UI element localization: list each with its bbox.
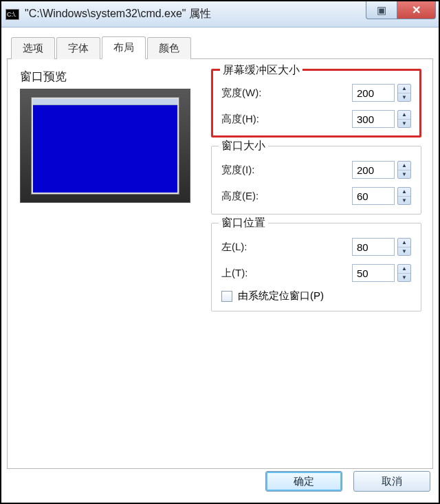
- buffer-width-spin-buttons[interactable]: ▲▼: [397, 84, 411, 102]
- group-window-position-title: 窗口位置: [219, 216, 268, 230]
- chevron-up-icon[interactable]: ▲: [398, 188, 410, 197]
- chevron-up-icon[interactable]: ▲: [398, 111, 410, 120]
- winpos-left-label: 左(L):: [221, 241, 248, 254]
- group-window-position: 窗口位置 左(L): ▲▼ 上(T): ▲▼: [211, 223, 421, 311]
- dialog-footer: 确定 取消: [265, 465, 430, 497]
- chevron-down-icon[interactable]: ▼: [398, 197, 410, 205]
- close-icon: ✕: [412, 3, 421, 17]
- group-window-size: 窗口大小 宽度(I): ▲▼ 高度(E): ▲▼: [211, 146, 421, 215]
- properties-dialog: C:\. "C:\Windows\system32\cmd.exe" 属性 ▣ …: [0, 0, 440, 504]
- titlebar: C:\. "C:\Windows\system32\cmd.exe" 属性 ▣ …: [1, 1, 439, 28]
- buffer-height-spinner[interactable]: ▲▼: [352, 110, 411, 128]
- chevron-up-icon[interactable]: ▲: [398, 265, 410, 274]
- buffer-height-label: 高度(H):: [221, 113, 259, 126]
- tab-colors[interactable]: 颜色: [147, 37, 191, 59]
- tab-font[interactable]: 字体: [56, 37, 100, 59]
- group-buffer-size: 屏幕缓冲区大小 宽度(W): ▲▼ 高度(H): ▲▼: [211, 69, 421, 138]
- winpos-top-input[interactable]: [352, 264, 395, 282]
- preview-window: [32, 98, 179, 194]
- tab-page-layout: 窗口预览 屏幕缓冲区大小 宽度(W): ▲▼: [7, 59, 433, 469]
- winsize-width-input[interactable]: [352, 161, 395, 179]
- winsize-width-label: 宽度(I):: [221, 164, 254, 177]
- restore-button[interactable]: ▣: [366, 1, 397, 19]
- winsize-width-spinner[interactable]: ▲▼: [352, 161, 411, 179]
- winpos-left-spin-buttons[interactable]: ▲▼: [397, 238, 411, 256]
- winsize-height-input[interactable]: [352, 187, 395, 205]
- chevron-up-icon[interactable]: ▲: [398, 239, 410, 248]
- layout-settings-column: 屏幕缓冲区大小 宽度(W): ▲▼ 高度(H): ▲▼: [211, 69, 421, 320]
- chevron-down-icon[interactable]: ▼: [398, 94, 410, 102]
- winsize-width-spin-buttons[interactable]: ▲▼: [397, 161, 411, 179]
- cmd-icon: C:\.: [6, 9, 19, 20]
- winpos-left-input[interactable]: [352, 238, 395, 256]
- tab-options[interactable]: 选项: [11, 37, 55, 59]
- group-buffer-title: 屏幕缓冲区大小: [220, 63, 302, 78]
- tab-strip: 选项 字体 布局 颜色: [7, 33, 433, 59]
- chevron-down-icon[interactable]: ▼: [398, 171, 410, 179]
- chevron-down-icon[interactable]: ▼: [398, 274, 410, 282]
- tab-layout[interactable]: 布局: [102, 36, 146, 59]
- chevron-down-icon[interactable]: ▼: [398, 120, 410, 128]
- buffer-width-label: 宽度(W):: [221, 87, 261, 100]
- buffer-width-input[interactable]: [352, 84, 395, 102]
- window-title: "C:\Windows\system32\cmd.exe" 属性: [23, 7, 366, 21]
- buffer-height-input[interactable]: [352, 110, 395, 128]
- chevron-down-icon[interactable]: ▼: [398, 248, 410, 256]
- restore-icon: ▣: [377, 4, 386, 17]
- system-position-checkbox[interactable]: [221, 291, 232, 302]
- winpos-left-spinner[interactable]: ▲▼: [352, 238, 411, 256]
- chevron-up-icon[interactable]: ▲: [398, 85, 410, 94]
- buffer-height-spin-buttons[interactable]: ▲▼: [397, 110, 411, 128]
- window-preview: [20, 89, 190, 203]
- system-position-label: 由系统定位窗口(P): [238, 289, 324, 303]
- winpos-top-spin-buttons[interactable]: ▲▼: [397, 264, 411, 282]
- cancel-button[interactable]: 取消: [353, 471, 430, 492]
- winsize-height-spinner[interactable]: ▲▼: [352, 187, 411, 205]
- group-window-size-title: 窗口大小: [219, 139, 268, 153]
- winsize-height-spin-buttons[interactable]: ▲▼: [397, 187, 411, 205]
- close-button[interactable]: ✕: [397, 1, 436, 19]
- winsize-height-label: 高度(E):: [221, 190, 258, 203]
- dialog-client: 选项 字体 布局 颜色 窗口预览 屏幕缓冲区大小 宽度(W):: [7, 33, 433, 497]
- window-buttons: ▣ ✕: [366, 1, 439, 27]
- system-position-row[interactable]: 由系统定位窗口(P): [221, 289, 411, 303]
- buffer-width-spinner[interactable]: ▲▼: [352, 84, 411, 102]
- winpos-top-spinner[interactable]: ▲▼: [352, 264, 411, 282]
- chevron-up-icon[interactable]: ▲: [398, 162, 410, 171]
- ok-button[interactable]: 确定: [265, 471, 342, 492]
- winpos-top-label: 上(T):: [221, 267, 248, 280]
